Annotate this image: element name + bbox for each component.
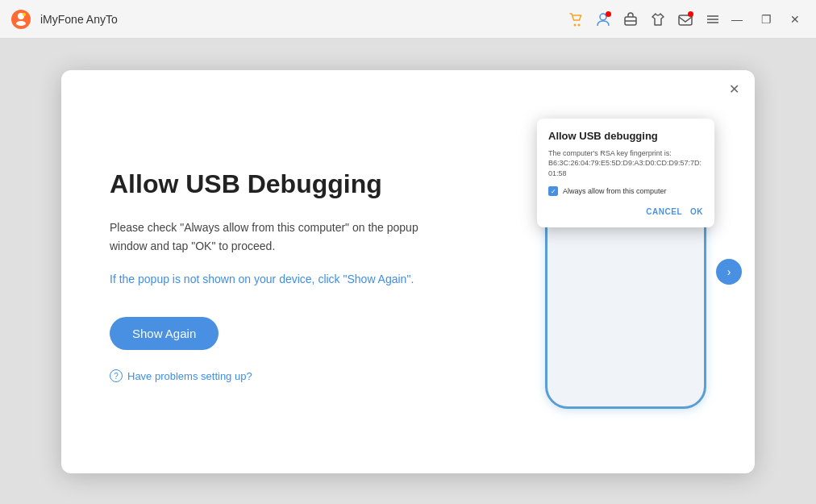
email-icon[interactable] xyxy=(677,11,693,27)
help-icon: ? xyxy=(110,369,123,382)
svg-point-6 xyxy=(600,14,606,20)
close-button[interactable]: ✕ xyxy=(784,8,806,31)
toolbar-icons xyxy=(568,11,721,27)
svg-point-2 xyxy=(16,21,26,26)
dialog-title: Allow USB Debugging xyxy=(110,169,456,199)
usb-popup-title: Allow USB debugging xyxy=(548,130,703,142)
always-allow-checkbox-row: Always allow from this computer xyxy=(548,186,703,196)
dialog-hint: If the popup is not shown on your device… xyxy=(110,271,456,288)
dialog-close-button[interactable]: ✕ xyxy=(724,80,743,99)
usb-debug-popup: Allow USB debugging The computer's RSA k… xyxy=(537,119,714,228)
restore-button[interactable]: ❐ xyxy=(755,8,777,31)
dialog-right-panel: ← Developer options Automatic system upd… xyxy=(497,70,755,473)
usb-ok-button[interactable]: OK xyxy=(690,207,703,216)
usb-cancel-button[interactable]: CANCEL xyxy=(646,207,682,216)
usb-popup-buttons: CANCEL OK xyxy=(548,207,703,216)
side-arrow-icon: › xyxy=(716,259,742,285)
window-controls: — ❐ ✕ xyxy=(726,8,806,31)
title-bar: iMyFone AnyTo xyxy=(0,0,816,39)
main-area: ✕ Allow USB Debugging Please check "Alwa… xyxy=(0,39,816,504)
svg-point-5 xyxy=(578,23,581,26)
app-logo xyxy=(10,8,32,31)
cart-icon[interactable] xyxy=(568,11,584,27)
dialog-description: Please check "Always allow from this com… xyxy=(110,219,456,255)
always-allow-label: Always allow from this computer xyxy=(563,187,667,195)
shirt-icon[interactable] xyxy=(650,11,666,27)
dialog-card: ✕ Allow USB Debugging Please check "Alwa… xyxy=(61,70,755,473)
menu-icon[interactable] xyxy=(705,11,721,27)
briefcase-icon[interactable] xyxy=(622,11,639,27)
minimize-button[interactable]: — xyxy=(726,8,748,31)
dialog-left-panel: Allow USB Debugging Please check "Always… xyxy=(61,70,497,473)
app-title: iMyFone AnyTo xyxy=(40,13,568,26)
problems-link-text: Have problems setting up? xyxy=(127,370,252,382)
svg-point-3 xyxy=(23,13,26,16)
user-icon[interactable] xyxy=(595,11,611,27)
problems-link[interactable]: ? Have problems setting up? xyxy=(110,369,456,382)
usb-popup-description: The computer's RSA key fingerprint is: B… xyxy=(548,148,703,179)
show-again-button[interactable]: Show Again xyxy=(110,317,219,350)
always-allow-checkbox[interactable] xyxy=(548,186,558,196)
svg-point-4 xyxy=(574,23,577,26)
svg-rect-9 xyxy=(679,15,692,25)
